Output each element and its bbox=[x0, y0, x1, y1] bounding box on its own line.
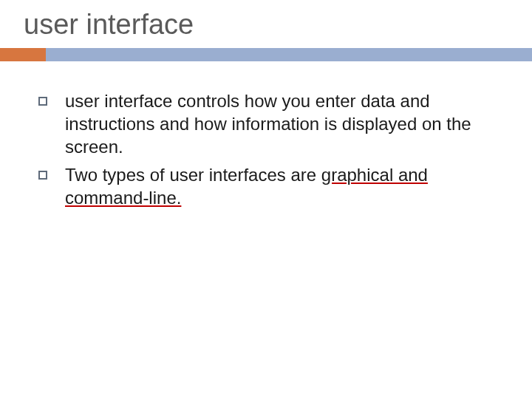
bullet-text-pre: user interface controls how you enter da… bbox=[65, 91, 471, 157]
bullet-text: user interface controls how you enter da… bbox=[65, 89, 502, 159]
accent-bar-orange bbox=[0, 48, 46, 61]
bullet-square-icon bbox=[38, 171, 47, 180]
bullet-text: Two types of user interfaces are graphic… bbox=[65, 163, 502, 209]
bullet-text-pre: Two types of user interfaces are bbox=[65, 165, 321, 185]
accent-bar-blue bbox=[46, 48, 532, 61]
list-item: Two types of user interfaces are graphic… bbox=[38, 163, 502, 209]
divider-bar bbox=[0, 48, 532, 61]
content-area: user interface controls how you enter da… bbox=[0, 61, 532, 209]
slide: user interface user interface controls h… bbox=[0, 0, 532, 399]
bullet-square-icon bbox=[38, 97, 47, 106]
list-item: user interface controls how you enter da… bbox=[38, 89, 502, 159]
slide-title: user interface bbox=[0, 9, 532, 48]
